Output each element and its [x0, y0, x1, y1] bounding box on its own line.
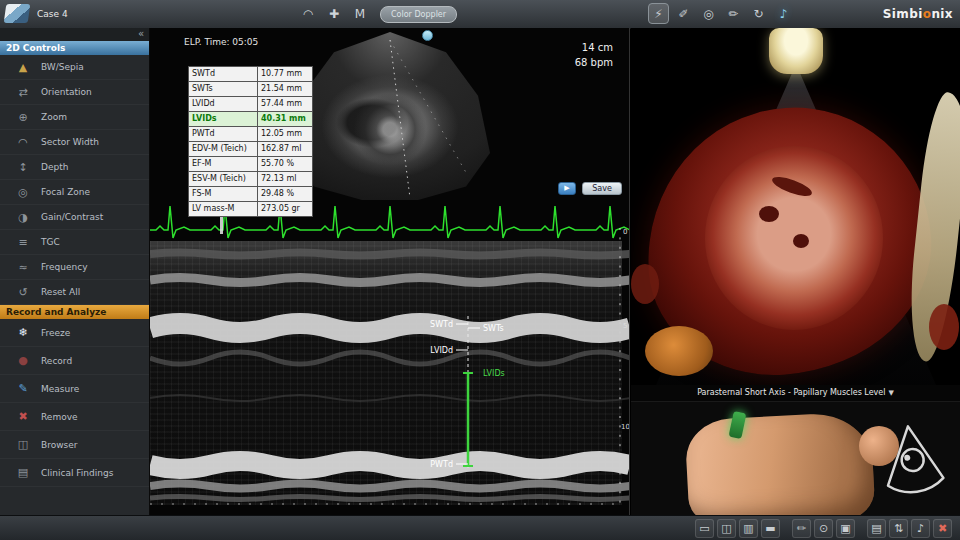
network-icon[interactable]: ⇅ — [889, 519, 908, 538]
measurement-row[interactable]: ESV-M (Teich)72.13 ml — [189, 172, 313, 187]
sidebar-item-remove[interactable]: ✖Remove — [0, 403, 149, 431]
magnifier-tool-icon[interactable]: ◎ — [698, 3, 719, 24]
view-selector[interactable]: Parasternal Short Axis - Papillary Muscl… — [631, 385, 960, 402]
measurement-row[interactable]: EDV-M (Teich)162.87 ml — [189, 142, 313, 157]
measurement-row[interactable]: SWTs21.54 mm — [189, 82, 313, 97]
probe-orientation-marker — [422, 30, 433, 41]
dropdown-caret-icon: ▼ — [888, 389, 893, 397]
measurement-row[interactable]: SWTd10.77 mm — [189, 67, 313, 82]
probe-connect-icon[interactable]: ⚡ — [648, 3, 669, 24]
save-button[interactable]: Save — [582, 182, 622, 195]
reset-view-icon[interactable]: ↻ — [748, 3, 769, 24]
heart-rate-value: 68 bpm — [575, 55, 613, 70]
vessel-structure-left — [631, 264, 659, 304]
sidebar-item-depth[interactable]: ↕Depth — [0, 155, 149, 180]
vessel-structure-right — [929, 304, 959, 350]
view-name-label: Parasternal Short Axis - Papillary Muscl… — [697, 388, 885, 397]
ultrasound-viewport[interactable]: 0 5 10 SWTd SWTs LVIDd LVIDs PWTd ELP. T… — [150, 28, 630, 515]
depth-tick-5: 5 — [623, 322, 627, 330]
measurement-value: 273.05 gr — [258, 202, 313, 217]
snapshot-icon[interactable]: ▣ — [836, 519, 855, 538]
section-header-1[interactable]: Record and Analyze — [0, 305, 149, 319]
sidebar-item-label: Remove — [41, 412, 78, 422]
tools-toolbar: ⚡✐◎✏↻♪ — [648, 3, 794, 24]
depth-tick-10: 10 — [621, 423, 630, 431]
sidebar-collapse-button[interactable]: « — [0, 28, 149, 41]
sidebar-item-tgc[interactable]: ≡TGC — [0, 230, 149, 255]
sidebar-item-record[interactable]: ●Record — [0, 347, 149, 375]
voice-control-icon[interactable]: ♪ — [773, 3, 794, 24]
section-header-0[interactable]: 2D Controls — [0, 41, 149, 55]
mode-icons: ◠✚M — [298, 4, 370, 24]
sidebar-item-freeze[interactable]: ❄Freeze — [0, 319, 149, 347]
sidebar-item-label: Measure — [41, 384, 79, 394]
pointer-tool-icon[interactable]: ✐ — [673, 3, 694, 24]
top-toolbar: Case 4 ◠✚M Color Doppler ⚡✐◎✏↻♪ Simbioni… — [0, 0, 960, 29]
depth-tick-0: 0 — [623, 228, 627, 236]
browser-icon: ◫ — [15, 438, 31, 451]
mannequin-view[interactable] — [631, 402, 960, 515]
probe-orientation-icon — [867, 415, 958, 510]
color-doppler-button[interactable]: Color Doppler — [380, 6, 457, 23]
bw-sepia-icon: ▲ — [15, 61, 31, 74]
printer-icon[interactable]: ▤ — [867, 519, 886, 538]
probe-view-icon[interactable]: ⊙ — [814, 519, 833, 538]
measurement-row[interactable]: FS-M29.48 % — [189, 187, 313, 202]
measurement-row[interactable]: PWTd12.05 mm — [189, 127, 313, 142]
measurement-name: EDV-M (Teich) — [189, 142, 258, 157]
orientation-icon: ⇄ — [15, 86, 31, 99]
probe-2d-icon[interactable]: ◠ — [298, 4, 318, 24]
sidebar-item-frequency[interactable]: ≈Frequency — [0, 255, 149, 280]
layout-full-icon[interactable]: ▬ — [761, 519, 780, 538]
anatomy-3d-view[interactable] — [631, 28, 960, 386]
measurement-row[interactable]: LVIDd57.44 mm — [189, 97, 313, 112]
measurement-row[interactable]: EF-M55.70 % — [189, 157, 313, 172]
measurement-value: 12.05 mm — [258, 127, 313, 142]
clinical-findings-icon: ▤ — [15, 466, 31, 479]
measurement-value: 29.48 % — [258, 187, 313, 202]
sidebar-item-label: Frequency — [41, 262, 88, 272]
measurement-name: LV mass-M — [189, 202, 258, 217]
freeze-icon: ❄ — [15, 326, 31, 339]
play-button[interactable]: ▶ — [558, 182, 576, 195]
app-logo-icon — [4, 4, 31, 23]
sidebar-item-sector-width[interactable]: ◠Sector Width — [0, 130, 149, 155]
liver-structure — [645, 326, 713, 376]
measurement-row[interactable]: LV mass-M273.05 gr — [189, 202, 313, 217]
sidebar-item-browser[interactable]: ◫Browser — [0, 431, 149, 459]
annotate-tool-icon[interactable]: ✏ — [723, 3, 744, 24]
sidebar-item-label: Depth — [41, 162, 68, 172]
measurement-value: 72.13 ml — [258, 172, 313, 187]
frequency-icon: ≈ — [15, 261, 31, 274]
paintbrush-icon[interactable]: ✏ — [792, 519, 811, 538]
measurement-name: LVIDs — [189, 112, 258, 127]
sidebar-item-zoom[interactable]: ⊕Zoom — [0, 105, 149, 130]
sidebar-item-reset-all[interactable]: ↺Reset All — [0, 280, 149, 305]
probe-3d-icon[interactable]: ✚ — [324, 4, 344, 24]
papillary-muscle-2 — [793, 234, 809, 248]
sidebar-item-measure[interactable]: ✎Measure — [0, 375, 149, 403]
depth-value: 14 cm — [575, 40, 613, 55]
layout-single-icon[interactable]: ▭ — [695, 519, 714, 538]
papillary-muscle-1 — [759, 206, 779, 222]
sidebar-item-orientation[interactable]: ⇄Orientation — [0, 80, 149, 105]
measurement-value: 40.31 mm — [258, 112, 313, 127]
virtual-probe-3d[interactable] — [769, 28, 823, 74]
close-icon[interactable]: ✖ — [933, 519, 952, 538]
measurement-table: SWTd10.77 mmSWTs21.54 mmLVIDd57.44 mmLVI… — [188, 66, 313, 217]
volume-icon[interactable]: ♪ — [911, 519, 930, 538]
bmode-sector-image — [290, 32, 490, 200]
sidebar-item-bw-sepia[interactable]: ▲BW/Sepia — [0, 55, 149, 80]
right-panel: Parasternal Short Axis - Papillary Muscl… — [631, 28, 960, 515]
measurement-name: SWTd — [189, 67, 258, 82]
sidebar-item-gain-contrast[interactable]: ◑Gain/Contrast — [0, 205, 149, 230]
layout-split-icon[interactable]: ◫ — [717, 519, 736, 538]
focal-zone-icon: ◎ — [15, 186, 31, 199]
sidebar-item-label: Focal Zone — [41, 187, 90, 197]
sidebar-item-focal-zone[interactable]: ◎Focal Zone — [0, 180, 149, 205]
layout-grid-icon[interactable]: ▥ — [739, 519, 758, 538]
sidebar-item-clinical-findings[interactable]: ▤Clinical Findings — [0, 459, 149, 487]
measurement-row[interactable]: LVIDs40.31 mm — [189, 112, 313, 127]
reset-all-icon: ↺ — [15, 286, 31, 299]
m-mode-icon[interactable]: M — [350, 4, 370, 24]
